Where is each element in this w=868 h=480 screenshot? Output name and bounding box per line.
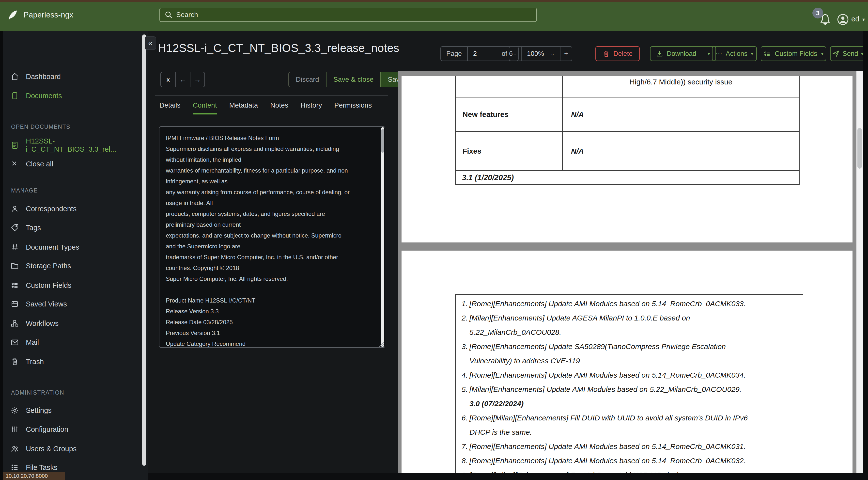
sidebar-scrollbar[interactable] — [142, 34, 146, 466]
sidebar-item-storage-paths[interactable]: Storage Paths — [10, 259, 133, 273]
zoom-level-select[interactable]: 100% ⌄ — [521, 47, 560, 61]
custom-fields-label: Custom Fields — [775, 50, 817, 58]
save-and-close-button[interactable]: Save & close — [326, 72, 381, 87]
sidebar-item-saved-views[interactable]: Saved Views — [10, 297, 133, 311]
page-input[interactable] — [473, 50, 490, 58]
sidebar-close-all[interactable]: Close all — [10, 156, 133, 171]
notifications-button[interactable]: 3 — [819, 13, 833, 28]
close-icon — [10, 160, 19, 168]
sidebar-item-trash[interactable]: Trash — [10, 354, 133, 369]
document-icon — [10, 92, 19, 100]
tab-content[interactable]: Content — [193, 101, 217, 115]
sidebar-item-label: Storage Paths — [26, 262, 71, 270]
tab-details[interactable]: Details — [159, 101, 181, 115]
zoom-in-button[interactable]: + — [560, 47, 572, 61]
table-row: Fixes N/A — [456, 132, 799, 171]
left-window-edge — [0, 31, 3, 480]
zoom-level-value: 100% — [527, 50, 544, 58]
download-button[interactable]: Download — [651, 47, 702, 61]
tab-permissions[interactable]: Permissions — [334, 101, 372, 115]
caret-down-icon: ▾ — [708, 51, 710, 57]
discard-button[interactable]: Discard — [289, 72, 326, 87]
sidebar-item-dashboard[interactable]: Dashboard — [10, 69, 133, 84]
close-document-button[interactable]: x — [161, 72, 176, 87]
tab-notes[interactable]: Notes — [270, 101, 288, 115]
preview-scrollbar-thumb[interactable] — [858, 128, 862, 169]
row-value: N/A — [563, 97, 799, 131]
search-icon — [164, 10, 173, 19]
sidebar-item-document-types[interactable]: Document Types — [10, 240, 133, 254]
panel-divider — [155, 95, 388, 95]
document-nav-buttons: x ← → — [160, 72, 205, 87]
sidebar-item-mail[interactable]: Mail — [10, 335, 133, 350]
chevron-down-icon: ▾ — [862, 17, 865, 22]
sidebar-item-workflows[interactable]: Workflows — [10, 316, 133, 331]
delete-button[interactable]: Delete — [595, 46, 640, 61]
status-url-tooltip: 10.10.20.70:8000 — [3, 472, 65, 480]
content-editor: IPMI Firmware / BIOS Release Notes Form … — [159, 126, 385, 348]
custom-fields-button[interactable]: Custom Fields ▾ — [761, 46, 826, 61]
list-item: 2.[Milan][Enhancements] Update AGESA Mil… — [456, 311, 803, 339]
sidebar-item-label: Custom Fields — [26, 281, 71, 290]
list-item: 7.[Rome][Enhancements] Update AMI Module… — [456, 440, 803, 454]
user-avatar[interactable] — [837, 13, 849, 26]
sidebar-item-configuration[interactable]: Configuration — [10, 422, 133, 437]
gear-icon — [10, 406, 19, 415]
close-all-label: Close all — [26, 160, 53, 168]
document-title: H12SSL-i_C_CT_NT_BIOS_3.3_release_notes — [158, 41, 399, 55]
search-input[interactable] — [176, 11, 532, 19]
sidebar-item-documents[interactable]: Documents — [10, 88, 133, 103]
tab-history[interactable]: History — [301, 101, 322, 115]
sidebar-open-document[interactable]: H12SSL-i_C_CT_NT_BIOS_3.3_rel... — [10, 138, 133, 153]
list-item: 6.[Rome][Milan][Enhancements] Fill DUID … — [456, 411, 803, 440]
content-textarea[interactable]: IPMI Firmware / BIOS Release Notes Form … — [159, 127, 385, 347]
list-fields-icon — [10, 281, 19, 290]
download-split-button: Download ▾ — [650, 46, 716, 61]
window-icon — [10, 300, 19, 308]
sidebar-item-tags[interactable]: Tags — [10, 220, 133, 235]
save-button-group: Discard Save & close Save — [288, 72, 411, 87]
sidebar: Dashboard Documents OPEN DOCUMENTS H12SS… — [3, 31, 148, 480]
trash-icon — [10, 357, 19, 366]
sidebar-item-label: Mail — [26, 338, 39, 347]
security-issue-cell: High/6.7 Middle)) security issue — [563, 76, 799, 97]
task-list-icon — [10, 463, 19, 472]
sidebar-item-label: File Tasks — [26, 463, 57, 472]
sidebar-item-label: Tags — [26, 224, 41, 232]
version-row: 3.1 (1/20/2025) — [456, 171, 799, 185]
list-item: 8.[Rome][Enhancements] Update AMI Module… — [456, 454, 803, 468]
list-item: 9.[Rome][Milan][Enhancements] For UsbBus… — [456, 468, 803, 473]
collapse-panel-button[interactable]: « — [145, 36, 156, 50]
paperless-feather-logo-icon — [7, 9, 18, 21]
actions-button[interactable]: ⋯ Actions ▾ — [712, 46, 757, 61]
previous-document-button[interactable]: ← — [176, 72, 190, 87]
pdf-page-2: 1.[Rome][Enhancements] Update AMI Module… — [402, 250, 852, 473]
sidebar-item-correspondents[interactable]: Correspondents — [10, 201, 133, 216]
next-document-button[interactable]: → — [190, 72, 205, 87]
user-menu[interactable]: ed — [851, 15, 859, 23]
page-navigation: Page of 6 — [440, 46, 519, 61]
tab-metadata[interactable]: Metadata — [229, 101, 258, 115]
app-title: Paperless-ngx — [24, 10, 73, 20]
folder-icon — [10, 262, 19, 270]
download-label: Download — [667, 50, 696, 58]
tag-icon — [10, 223, 19, 232]
send-icon — [832, 50, 840, 57]
send-button[interactable]: Send ▾ — [830, 46, 866, 61]
browser-top-strip — [0, 0, 868, 2]
sidebar-item-custom-fields[interactable]: Custom Fields — [10, 278, 133, 293]
sidebar-item-label: Workflows — [26, 320, 59, 328]
open-documents-header: OPEN DOCUMENTS — [11, 122, 70, 132]
sidebar-item-settings[interactable]: Settings — [10, 403, 133, 418]
content-scrollbar-track[interactable] — [381, 127, 384, 347]
content-scrollbar-thumb[interactable] — [381, 129, 384, 153]
sidebar-item-label: Configuration — [26, 425, 68, 433]
actions-label: Actions — [725, 50, 747, 58]
sidebar-item-users-groups[interactable]: Users & Groups — [10, 441, 133, 456]
list-item: 3.[Rome][Enhancements] Update SA50289(Ti… — [456, 339, 803, 368]
table-row: New features N/A — [456, 97, 799, 132]
app-brand[interactable]: Paperless-ngx — [7, 9, 73, 21]
notification-count-badge: 3 — [812, 8, 823, 19]
zoom-out-button[interactable]: - — [509, 47, 521, 61]
global-search[interactable] — [159, 8, 537, 22]
